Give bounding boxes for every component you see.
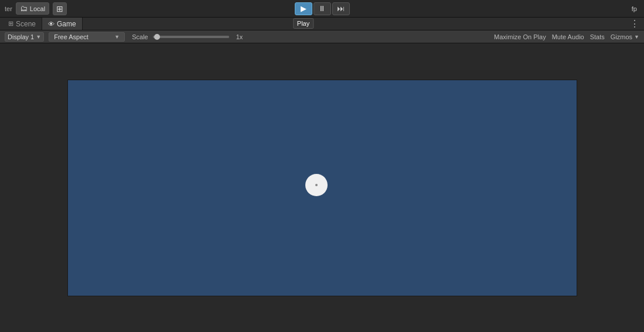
aspect-select[interactable]: Free Aspect ▼ [49, 32, 125, 42]
main-content: ⊞ Scene 👁 Game ⋮ Display 1 ▼ Free Aspect… [0, 18, 644, 332]
tab-game[interactable]: 👁 Game [42, 18, 83, 30]
local-label: Local [30, 5, 45, 12]
step-button[interactable]: ⏭ [332, 2, 350, 15]
scale-label: Scale [132, 33, 148, 40]
scale-track [153, 36, 229, 38]
local-button[interactable]: 🗂 Local [16, 2, 49, 15]
scale-thumb [154, 34, 160, 40]
pause-icon: ⏸ [318, 4, 326, 13]
display-select[interactable]: Display 1 ▼ [5, 32, 44, 42]
maximize-on-play-button[interactable]: Maximize On Play [494, 33, 546, 40]
grid-button[interactable]: ⊞ [53, 2, 67, 15]
game-tab-label: Game [57, 20, 76, 28]
toolbar-right: fp [629, 4, 639, 13]
options-right: Maximize On Play Mute Audio Stats Gizmos… [494, 33, 639, 40]
options-bar: Display 1 ▼ Free Aspect ▼ Scale 1x Maxim… [0, 30, 644, 43]
game-tab-icon: 👁 [48, 20, 54, 28]
tab-bar: ⊞ Scene 👁 Game ⋮ [0, 18, 644, 30]
toolbar-right-btn[interactable]: fp [629, 4, 639, 13]
toolbar-left: ter 🗂 Local ⊞ [5, 2, 67, 15]
step-icon: ⏭ [337, 4, 345, 13]
aspect-label: Free Aspect [54, 33, 88, 40]
play-button[interactable]: ▶ Play [295, 2, 312, 15]
toolbar-left-text: ter [5, 5, 12, 12]
top-toolbar: ter 🗂 Local ⊞ ▶ Play ⏸ ⏭ fp [0, 0, 644, 18]
scene-tab-icon: ⊞ [8, 20, 13, 28]
display-label: Display 1 [8, 33, 34, 40]
mute-audio-button[interactable]: Mute Audio [552, 33, 584, 40]
play-icon: ▶ [301, 4, 306, 13]
tab-scene[interactable]: ⊞ Scene [2, 18, 42, 30]
play-controls: ▶ Play ⏸ ⏭ [295, 2, 350, 15]
play-tooltip: Play [293, 18, 314, 29]
scale-value: 1x [236, 33, 243, 40]
stats-button[interactable]: Stats [590, 33, 605, 40]
display-dropdown-arrow: ▼ [36, 34, 41, 40]
viewport-container [0, 43, 644, 332]
scale-slider[interactable] [153, 36, 229, 38]
aspect-dropdown-arrow: ▼ [114, 34, 120, 40]
pause-button[interactable]: ⏸ [314, 2, 331, 15]
gizmos-label: Gizmos [611, 33, 632, 40]
tab-more-button[interactable]: ⋮ [625, 18, 644, 30]
grid-icon: ⊞ [56, 4, 63, 13]
game-object [305, 174, 328, 196]
game-view [67, 80, 577, 296]
gizmos-button[interactable]: Gizmos ▼ [611, 33, 639, 40]
scene-tab-label: Scene [16, 20, 36, 28]
game-object-core [315, 184, 318, 186]
gizmos-dropdown-arrow: ▼ [634, 34, 639, 40]
local-icon: 🗂 [20, 4, 28, 13]
